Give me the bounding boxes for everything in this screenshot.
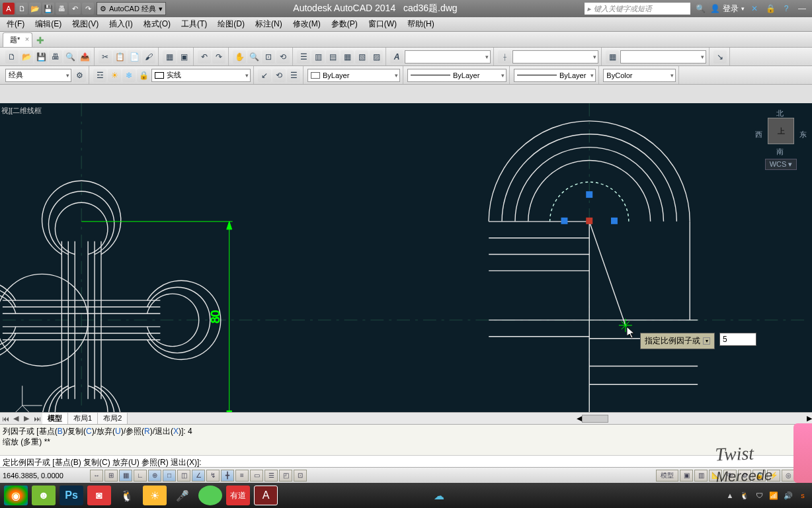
block-button[interactable]: ▦ [163,50,176,64]
cut-button[interactable]: ✂ [99,50,112,64]
text-style-button[interactable]: A [390,50,403,64]
taskbar-browser[interactable] [198,486,222,505]
tab-last-icon[interactable]: ⏭ [32,415,42,423]
redo-icon[interactable]: ↷ [82,3,94,15]
preview-button[interactable]: 🔍 [63,50,77,64]
tray-icon[interactable]: 📶 [768,490,779,501]
menu-parametric[interactable]: 参数(P) [326,17,363,31]
stay-connected-icon[interactable]: 🔒 [764,3,776,15]
document-tab[interactable]: 题*× [3,32,32,47]
viewcube[interactable]: 北 西 东 上 南 WCS ▾ [755,108,807,181]
make-current-button[interactable]: ↙ [258,69,271,82]
ws-settings-button[interactable]: ⚙ [73,69,86,82]
sheet-set-button[interactable]: ▦ [341,50,354,64]
coordinates-readout[interactable]: 1646.3885, 0.0000 [3,472,89,480]
properties-button[interactable]: ☰ [297,50,310,64]
workspace-dd2[interactable]: 经典 [5,69,71,82]
tab-next-icon[interactable]: ▶ [21,414,32,423]
menu-tools[interactable]: 工具(T) [176,17,212,31]
layer-state-button[interactable]: ☰ [287,69,300,82]
hardware-accel-button[interactable]: ⚡ [767,470,780,482]
layout-tab-model[interactable]: 模型 [42,413,68,424]
toolbar-lock-button[interactable]: 🔒 [752,470,766,482]
menu-view[interactable]: 视图(V) [67,17,104,31]
design-center-button[interactable]: ▥ [311,50,325,64]
layer-prev-button[interactable]: ⟲ [272,69,286,82]
taskbar-mic[interactable]: 🎤 [171,486,194,505]
layer-lock-button[interactable]: 🔒 [137,69,150,82]
annotation-scale-button[interactable]: 📐 [709,470,722,482]
zoom-window-button[interactable]: ⊡ [262,50,275,64]
taskbar-app[interactable]: ☻ [32,486,56,505]
menu-file[interactable]: 件(F) [1,17,30,31]
menu-insert[interactable]: 插入(I) [104,17,138,31]
app-menu-icon[interactable]: A [3,3,15,15]
exchange-icon[interactable]: ✕ [749,3,760,15]
taskbar-app[interactable]: ☀ [143,486,167,505]
pan-button[interactable]: ✋ [233,50,246,64]
dynamic-input[interactable] [719,333,756,346]
tray-icon[interactable]: s [797,490,808,501]
workspace-dropdown[interactable]: ⚙AutoCAD 经典▾ [97,2,166,15]
tool-palettes-button[interactable]: ▤ [326,50,339,64]
otrack-button[interactable]: ∠ [192,470,205,482]
help-icon[interactable]: ? [780,3,792,15]
tray-icon[interactable]: 🐧 [739,490,750,501]
matchprop-button[interactable]: 🖌 [142,50,155,64]
new-icon[interactable]: 🗋 [16,3,28,15]
tray-icon[interactable]: ▲ [725,490,735,501]
markup-button[interactable]: ▧ [355,50,368,64]
print-icon[interactable]: 🖶 [56,3,67,15]
linetype-dropdown[interactable]: 实线 [151,69,251,82]
close-tab-icon[interactable]: × [25,35,29,43]
help-search-input[interactable]: ▸键入关键字或短语 [585,3,690,15]
taskbar-autocad[interactable]: A [254,486,278,505]
plotstyle-dropdown[interactable]: ByColor [603,69,676,82]
3dosnap-button[interactable]: ◫ [177,470,190,482]
system-tray[interactable]: ▲ 🐧 🛡 📶 🔊 s [725,490,808,501]
copy-button[interactable]: 📋 [113,50,126,64]
table-style-button[interactable]: ▦ [606,50,619,64]
wcs-dropdown[interactable]: WCS ▾ [765,159,797,170]
layer-props-button[interactable]: ☲ [93,69,106,82]
tray-icon[interactable]: 🛡 [754,490,764,501]
redo-button[interactable]: ↷ [212,50,225,64]
save-icon[interactable]: 💾 [42,3,54,15]
menu-edit[interactable]: 编辑(E) [30,17,67,31]
model-space-button[interactable]: 模型 [656,470,678,482]
sc-button[interactable]: ◰ [279,470,292,482]
dyn-button[interactable]: ╋ [221,470,234,482]
snap-button[interactable]: ⊞ [104,470,118,482]
menu-window[interactable]: 窗口(W) [363,17,402,31]
signin-button[interactable]: 👤 登录▾ [710,3,745,15]
menu-modify[interactable]: 修改(M) [288,17,326,31]
ducs-button[interactable]: ↯ [206,470,220,482]
menu-draw[interactable]: 绘图(D) [212,17,250,31]
open-button[interactable]: 📂 [20,50,33,64]
undo-button[interactable]: ↶ [198,50,211,64]
viewcube-top[interactable]: 上 [768,118,794,144]
layout-tab-2[interactable]: 布局2 [98,413,128,424]
layout-tab-1[interactable]: 布局1 [68,413,98,424]
calc-button[interactable]: ▨ [370,50,383,64]
taskbar-cloud[interactable]: ☁ [427,486,451,505]
infer-button[interactable]: ↔ [90,470,103,482]
dim-style-dropdown[interactable] [512,50,598,64]
qp-button[interactable]: ☰ [264,470,278,482]
taskbar-photoshop[interactable]: Ps [60,486,83,505]
tab-prev-icon[interactable]: ◀ [11,414,21,423]
menu-dimension[interactable]: 标注(N) [250,17,288,31]
lwt-button[interactable]: ≡ [235,470,249,482]
hscrollbar[interactable]: ◀▶ [128,414,812,423]
block2-button[interactable]: ▣ [177,50,190,64]
ws-switch-button[interactable]: ⚙ [738,470,751,482]
grid-button[interactable]: ▦ [119,470,132,482]
undo-icon[interactable]: ↶ [69,3,81,15]
selection-grips[interactable] [561,191,617,224]
zoom-prev-button[interactable]: ⟲ [276,50,290,64]
isolate-button[interactable]: ◎ [782,470,795,482]
tpy-button[interactable]: ▭ [250,470,263,482]
minimize-icon[interactable]: — [796,3,808,15]
publish-button[interactable]: 📤 [78,50,91,64]
layer-freeze-button[interactable]: ❄ [122,69,136,82]
